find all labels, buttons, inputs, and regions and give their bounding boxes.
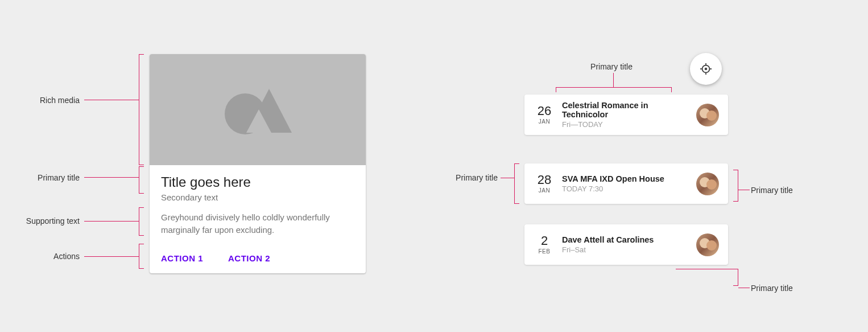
card-actions: ACTION 1 ACTION 2 <box>150 245 366 273</box>
event-card[interactable]: 2 FEB Dave Attell at Carolines Fri–Sat <box>524 224 728 265</box>
event-subtitle: Fri—TODAY <box>562 120 696 129</box>
event-card[interactable]: 26 JAN Celestrial Romance in Technicolor… <box>524 95 728 135</box>
annotation-line <box>738 288 750 288</box>
locate-fab[interactable] <box>690 53 722 85</box>
bracket-primary-title <box>139 166 139 194</box>
annotation-primary-title-top: Primary title <box>574 62 648 71</box>
card-supporting-text: Greyhound divisively hello coldly wonder… <box>150 207 366 245</box>
bracket-right-1 <box>734 170 738 202</box>
event-body: Celestrial Romance in Technicolor Fri—TO… <box>562 101 696 129</box>
annotation-line <box>84 256 139 257</box>
bracket-top <box>556 87 672 88</box>
annotation-supporting-text: Supporting text <box>17 216 80 226</box>
event-month: FEB <box>534 248 555 255</box>
placeholder-media-icon <box>218 79 297 141</box>
event-month: JAN <box>534 187 555 194</box>
event-card[interactable]: 28 JAN SVA MFA IXD Open House TODAY 7:30 <box>524 163 728 204</box>
bracket-actions <box>139 244 139 269</box>
annotation-primary-title-right-2: Primary title <box>751 284 808 293</box>
bracket-left <box>514 163 515 204</box>
annotation-line <box>613 73 614 87</box>
event-date: 28 JAN <box>534 174 555 194</box>
annotation-primary-title-right-1: Primary title <box>751 186 808 195</box>
event-subtitle: TODAY 7:30 <box>562 185 696 193</box>
event-subtitle: Fri–Sat <box>562 245 696 254</box>
event-title: Dave Attell at Carolines <box>562 235 696 244</box>
annotation-line <box>84 221 139 222</box>
annotation-line <box>84 177 139 178</box>
event-title: Celestrial Romance in Technicolor <box>562 101 696 119</box>
annotation-line <box>84 100 139 100</box>
event-day: 26 <box>534 105 555 117</box>
event-day: 2 <box>534 235 555 247</box>
annotation-line <box>501 178 514 178</box>
avatar <box>696 173 719 195</box>
card-secondary-text: Secondary text <box>161 192 354 202</box>
material-card: Title goes here Secondary text Greyhound… <box>150 54 366 273</box>
event-body: Dave Attell at Carolines Fri–Sat <box>562 235 696 254</box>
svg-point-4 <box>705 68 708 71</box>
avatar <box>696 233 719 256</box>
action-2-button[interactable]: ACTION 2 <box>224 250 275 267</box>
bracket-right-2 <box>734 269 738 286</box>
event-title: SVA MFA IXD Open House <box>562 174 696 183</box>
annotation-line <box>738 190 750 190</box>
card-title-block: Title goes here Secondary text <box>150 165 366 207</box>
event-date: 26 JAN <box>534 105 555 125</box>
crosshair-icon <box>700 63 712 75</box>
bracket-supporting-text <box>139 207 139 236</box>
card-title: Title goes here <box>161 174 354 190</box>
event-date: 2 FEB <box>534 235 555 255</box>
annotation-rich-media: Rich media <box>17 96 80 105</box>
event-body: SVA MFA IXD Open House TODAY 7:30 <box>562 174 696 193</box>
annotation-actions: Actions <box>17 252 80 261</box>
avatar <box>696 104 719 126</box>
annotation-line <box>676 269 734 269</box>
annotation-primary-title-left: Primary title <box>438 173 498 182</box>
event-month: JAN <box>534 118 555 125</box>
card-media <box>150 54 366 165</box>
annotation-primary-title: Primary title <box>17 173 80 182</box>
action-1-button[interactable]: ACTION 1 <box>156 250 208 267</box>
bracket-rich-media <box>139 54 139 165</box>
event-day: 28 <box>534 174 555 186</box>
